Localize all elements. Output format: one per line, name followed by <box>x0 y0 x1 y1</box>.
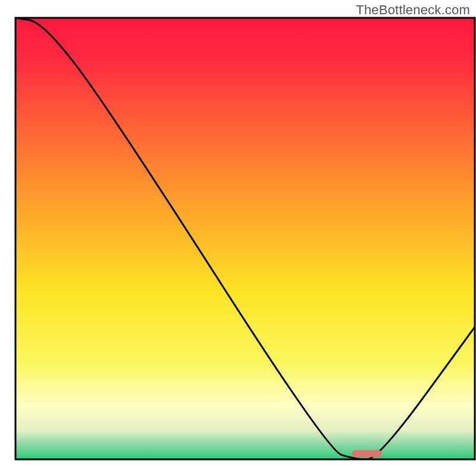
bottleneck-chart <box>0 0 476 476</box>
plot-area <box>15 18 475 459</box>
optimal-marker <box>352 450 381 457</box>
chart-container: TheBottleneck.com <box>0 0 476 476</box>
gradient-background <box>15 18 475 459</box>
